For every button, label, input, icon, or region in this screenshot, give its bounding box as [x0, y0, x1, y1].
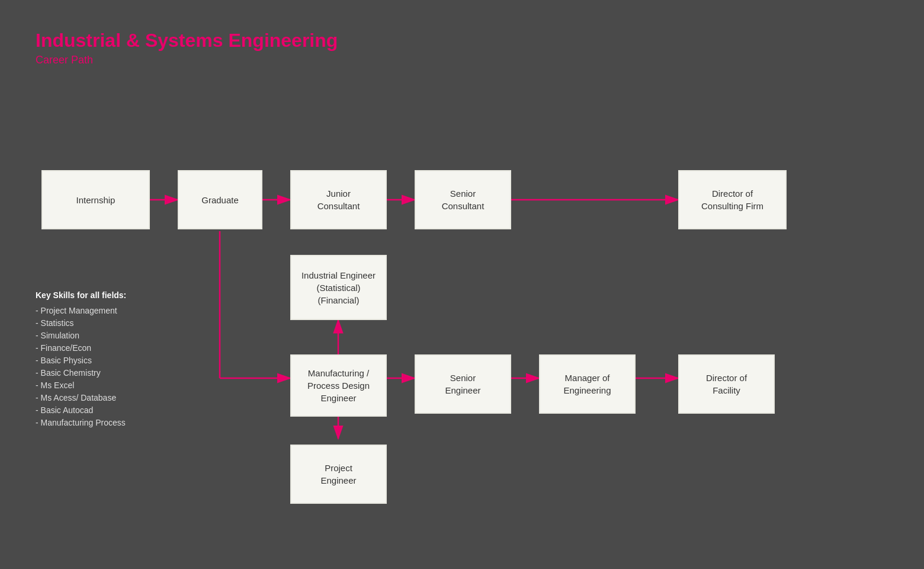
skill-item: - Basic Physics	[36, 356, 126, 365]
arrows-diagram	[0, 0, 924, 569]
skill-item: - Statistics	[36, 318, 126, 328]
node-senior-engineer: Senior Engineer	[415, 354, 511, 414]
skill-item: - Project Management	[36, 306, 126, 315]
node-industrial-engineer: Industrial Engineer (Statistical) (Finan…	[290, 255, 387, 320]
key-skills-title: Key Skills for all fields:	[36, 290, 126, 300]
page-subtitle: Career Path	[36, 54, 338, 66]
header: Industrial & Systems Engineering Career …	[36, 30, 338, 66]
page-title: Industrial & Systems Engineering	[36, 30, 338, 52]
skill-item: - Manufacturing Process	[36, 418, 126, 427]
node-senior-consultant: Senior Consultant	[415, 170, 511, 229]
node-project-engineer: Project Engineer	[290, 445, 387, 504]
node-director-facility: Director of Facility	[678, 354, 775, 414]
node-internship: Internship	[41, 170, 150, 229]
skill-item: - Basic Chemistry	[36, 368, 126, 378]
skill-item: - Ms Acess/ Database	[36, 393, 126, 402]
skill-item: - Ms Excel	[36, 381, 126, 390]
node-manager-engineering: Manager of Engineering	[539, 354, 636, 414]
node-graduate: Graduate	[178, 170, 262, 229]
node-manufacturing-engineer: Manufacturing / Process Design Engineer	[290, 354, 387, 417]
key-skills-section: Key Skills for all fields: - Project Man…	[36, 290, 126, 430]
node-director-consulting: Director of Consulting Firm	[678, 170, 787, 229]
skill-item: - Simulation	[36, 331, 126, 340]
skill-item: - Finance/Econ	[36, 343, 126, 353]
node-junior-consultant: Junior Consultant	[290, 170, 387, 229]
skill-item: - Basic Autocad	[36, 405, 126, 415]
